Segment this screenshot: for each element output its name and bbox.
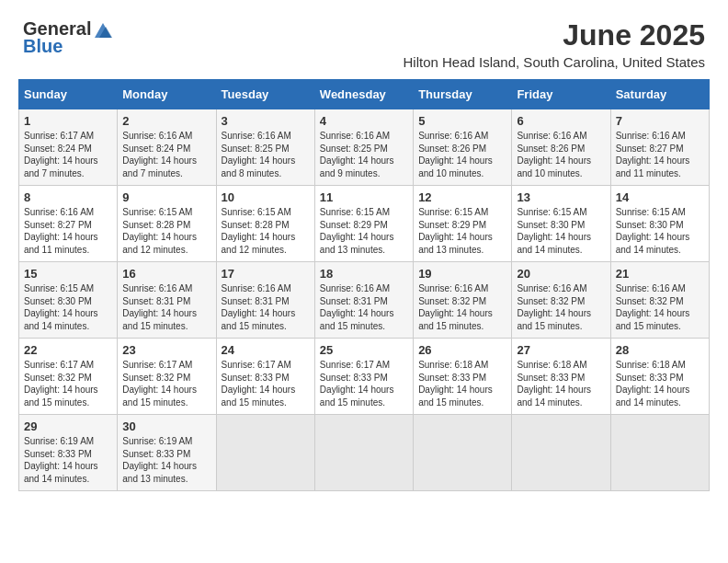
logo-blue: Blue bbox=[23, 36, 63, 57]
col-tuesday: Tuesday bbox=[216, 80, 314, 109]
day-number: 1 bbox=[24, 114, 112, 128]
title-section: June 2025 Hilton Head Island, South Caro… bbox=[403, 18, 705, 70]
calendar-cell: 10 Sunrise: 6:15 AM Sunset: 8:28 PM Dayl… bbox=[216, 186, 314, 262]
location-title: Hilton Head Island, South Carolina, Unit… bbox=[403, 54, 705, 70]
day-number: 6 bbox=[517, 114, 605, 128]
calendar-week-row: 8 Sunrise: 6:16 AM Sunset: 8:27 PM Dayli… bbox=[19, 186, 710, 262]
cell-info: Sunrise: 6:16 AM Sunset: 8:32 PM Dayligh… bbox=[616, 282, 704, 332]
cell-info: Sunrise: 6:16 AM Sunset: 8:31 PM Dayligh… bbox=[320, 282, 408, 332]
cell-info: Sunrise: 6:15 AM Sunset: 8:28 PM Dayligh… bbox=[222, 206, 310, 256]
day-number: 9 bbox=[122, 190, 210, 204]
calendar-cell: 11 Sunrise: 6:15 AM Sunset: 8:29 PM Dayl… bbox=[314, 186, 413, 262]
cell-info: Sunrise: 6:18 AM Sunset: 8:33 PM Dayligh… bbox=[418, 359, 506, 408]
month-title: June 2025 bbox=[403, 18, 705, 52]
calendar-cell: 23 Sunrise: 6:17 AM Sunset: 8:32 PM Dayl… bbox=[118, 339, 216, 415]
cell-info: Sunrise: 6:19 AM Sunset: 8:33 PM Dayligh… bbox=[122, 435, 210, 485]
cell-info: Sunrise: 6:16 AM Sunset: 8:25 PM Dayligh… bbox=[320, 130, 408, 179]
cell-info: Sunrise: 6:16 AM Sunset: 8:26 PM Dayligh… bbox=[418, 130, 506, 179]
day-number: 12 bbox=[418, 190, 506, 204]
day-number: 25 bbox=[320, 343, 408, 357]
calendar-cell: 5 Sunrise: 6:16 AM Sunset: 8:26 PM Dayli… bbox=[414, 109, 512, 186]
col-saturday: Saturday bbox=[610, 80, 709, 109]
day-number: 4 bbox=[320, 114, 408, 128]
calendar-cell: 4 Sunrise: 6:16 AM Sunset: 8:25 PM Dayli… bbox=[314, 109, 413, 186]
day-number: 20 bbox=[517, 267, 605, 281]
cell-info: Sunrise: 6:16 AM Sunset: 8:27 PM Dayligh… bbox=[24, 206, 112, 256]
calendar-cell: 15 Sunrise: 6:15 AM Sunset: 8:30 PM Dayl… bbox=[19, 262, 118, 339]
day-number: 24 bbox=[222, 343, 310, 357]
calendar-cell: 9 Sunrise: 6:15 AM Sunset: 8:28 PM Dayli… bbox=[118, 186, 216, 262]
cell-info: Sunrise: 6:17 AM Sunset: 8:24 PM Dayligh… bbox=[24, 130, 112, 179]
logo-icon bbox=[93, 21, 113, 38]
day-number: 17 bbox=[222, 267, 310, 281]
day-number: 8 bbox=[24, 190, 112, 204]
calendar-cell: 2 Sunrise: 6:16 AM Sunset: 8:24 PM Dayli… bbox=[118, 109, 216, 186]
calendar-header-row: Sunday Monday Tuesday Wednesday Thursday… bbox=[19, 80, 710, 109]
cell-info: Sunrise: 6:15 AM Sunset: 8:30 PM Dayligh… bbox=[24, 282, 112, 332]
cell-info: Sunrise: 6:16 AM Sunset: 8:32 PM Dayligh… bbox=[418, 282, 506, 332]
cell-info: Sunrise: 6:15 AM Sunset: 8:30 PM Dayligh… bbox=[517, 206, 605, 256]
calendar-cell: 22 Sunrise: 6:17 AM Sunset: 8:32 PM Dayl… bbox=[19, 339, 118, 415]
calendar-cell bbox=[216, 415, 314, 491]
calendar-cell bbox=[414, 415, 512, 491]
calendar-cell: 30 Sunrise: 6:19 AM Sunset: 8:33 PM Dayl… bbox=[118, 415, 216, 491]
calendar-cell: 21 Sunrise: 6:16 AM Sunset: 8:32 PM Dayl… bbox=[610, 262, 709, 339]
cell-info: Sunrise: 6:17 AM Sunset: 8:33 PM Dayligh… bbox=[222, 359, 310, 408]
calendar-cell: 13 Sunrise: 6:15 AM Sunset: 8:30 PM Dayl… bbox=[512, 186, 610, 262]
calendar-cell: 24 Sunrise: 6:17 AM Sunset: 8:33 PM Dayl… bbox=[216, 339, 314, 415]
day-number: 29 bbox=[24, 419, 112, 433]
cell-info: Sunrise: 6:15 AM Sunset: 8:29 PM Dayligh… bbox=[320, 206, 408, 256]
calendar-cell: 18 Sunrise: 6:16 AM Sunset: 8:31 PM Dayl… bbox=[314, 262, 413, 339]
calendar-cell: 1 Sunrise: 6:17 AM Sunset: 8:24 PM Dayli… bbox=[19, 109, 118, 186]
calendar-cell bbox=[512, 415, 610, 491]
calendar-cell: 12 Sunrise: 6:15 AM Sunset: 8:29 PM Dayl… bbox=[414, 186, 512, 262]
calendar-week-row: 22 Sunrise: 6:17 AM Sunset: 8:32 PM Dayl… bbox=[19, 339, 710, 415]
calendar-table: Sunday Monday Tuesday Wednesday Thursday… bbox=[18, 79, 710, 491]
calendar-cell: 7 Sunrise: 6:16 AM Sunset: 8:27 PM Dayli… bbox=[610, 109, 709, 186]
col-monday: Monday bbox=[118, 80, 216, 109]
cell-info: Sunrise: 6:19 AM Sunset: 8:33 PM Dayligh… bbox=[24, 435, 112, 485]
cell-info: Sunrise: 6:16 AM Sunset: 8:26 PM Dayligh… bbox=[517, 130, 605, 179]
day-number: 26 bbox=[418, 343, 506, 357]
cell-info: Sunrise: 6:18 AM Sunset: 8:33 PM Dayligh… bbox=[517, 359, 605, 408]
cell-info: Sunrise: 6:17 AM Sunset: 8:32 PM Dayligh… bbox=[122, 359, 210, 408]
day-number: 15 bbox=[24, 267, 112, 281]
col-friday: Friday bbox=[512, 80, 610, 109]
calendar-cell: 28 Sunrise: 6:18 AM Sunset: 8:33 PM Dayl… bbox=[610, 339, 709, 415]
calendar-cell: 3 Sunrise: 6:16 AM Sunset: 8:25 PM Dayli… bbox=[216, 109, 314, 186]
day-number: 11 bbox=[320, 190, 408, 204]
col-wednesday: Wednesday bbox=[314, 80, 413, 109]
calendar-cell: 14 Sunrise: 6:15 AM Sunset: 8:30 PM Dayl… bbox=[610, 186, 709, 262]
col-thursday: Thursday bbox=[414, 80, 512, 109]
calendar-cell: 19 Sunrise: 6:16 AM Sunset: 8:32 PM Dayl… bbox=[414, 262, 512, 339]
day-number: 10 bbox=[222, 190, 310, 204]
day-number: 14 bbox=[616, 190, 704, 204]
cell-info: Sunrise: 6:17 AM Sunset: 8:33 PM Dayligh… bbox=[320, 359, 408, 408]
cell-info: Sunrise: 6:16 AM Sunset: 8:24 PM Dayligh… bbox=[122, 130, 210, 179]
calendar-cell: 17 Sunrise: 6:16 AM Sunset: 8:31 PM Dayl… bbox=[216, 262, 314, 339]
day-number: 21 bbox=[616, 267, 704, 281]
cell-info: Sunrise: 6:16 AM Sunset: 8:27 PM Dayligh… bbox=[616, 130, 704, 179]
day-number: 7 bbox=[616, 114, 704, 128]
calendar-cell: 6 Sunrise: 6:16 AM Sunset: 8:26 PM Dayli… bbox=[512, 109, 610, 186]
day-number: 30 bbox=[122, 419, 210, 433]
calendar-cell: 29 Sunrise: 6:19 AM Sunset: 8:33 PM Dayl… bbox=[19, 415, 118, 491]
cell-info: Sunrise: 6:16 AM Sunset: 8:31 PM Dayligh… bbox=[122, 282, 210, 332]
cell-info: Sunrise: 6:15 AM Sunset: 8:29 PM Dayligh… bbox=[418, 206, 506, 256]
calendar-cell: 8 Sunrise: 6:16 AM Sunset: 8:27 PM Dayli… bbox=[19, 186, 118, 262]
day-number: 28 bbox=[616, 343, 704, 357]
col-sunday: Sunday bbox=[19, 80, 118, 109]
calendar-week-row: 1 Sunrise: 6:17 AM Sunset: 8:24 PM Dayli… bbox=[19, 109, 710, 186]
cell-info: Sunrise: 6:15 AM Sunset: 8:28 PM Dayligh… bbox=[122, 206, 210, 256]
calendar-cell bbox=[314, 415, 413, 491]
day-number: 22 bbox=[24, 343, 112, 357]
day-number: 16 bbox=[122, 267, 210, 281]
calendar-week-row: 15 Sunrise: 6:15 AM Sunset: 8:30 PM Dayl… bbox=[19, 262, 710, 339]
cell-info: Sunrise: 6:17 AM Sunset: 8:32 PM Dayligh… bbox=[24, 359, 112, 408]
calendar-cell: 25 Sunrise: 6:17 AM Sunset: 8:33 PM Dayl… bbox=[314, 339, 413, 415]
day-number: 2 bbox=[122, 114, 210, 128]
calendar-cell: 27 Sunrise: 6:18 AM Sunset: 8:33 PM Dayl… bbox=[512, 339, 610, 415]
day-number: 23 bbox=[122, 343, 210, 357]
calendar: Sunday Monday Tuesday Wednesday Thursday… bbox=[9, 75, 719, 500]
day-number: 5 bbox=[418, 114, 506, 128]
